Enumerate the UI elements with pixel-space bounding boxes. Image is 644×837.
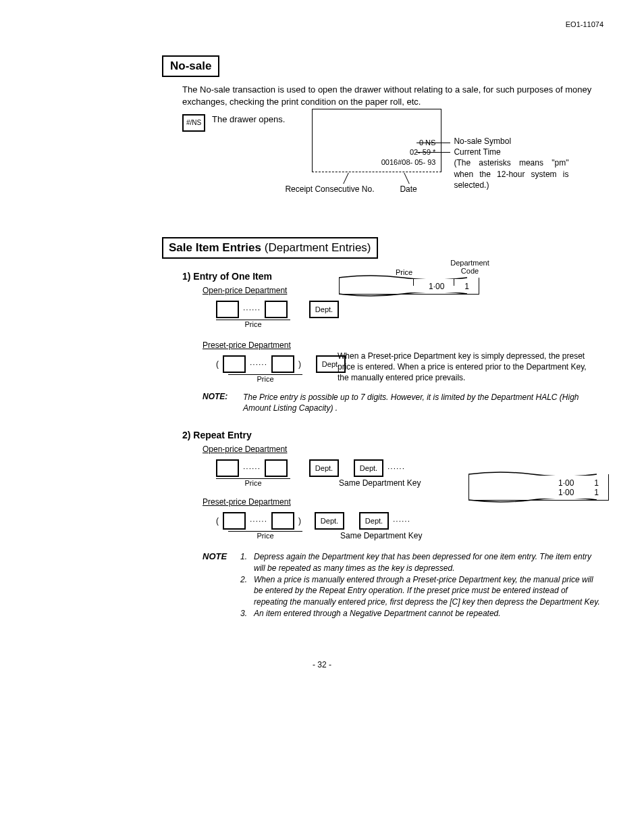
receipt-line-3: 0016#08- 05- 93	[381, 157, 436, 167]
note-num-2: 2.	[240, 574, 254, 608]
dept-key-repeat: Dept.	[354, 459, 383, 477]
paren-close: )	[298, 516, 301, 526]
entry-2-title: 2) Repeat Entry	[182, 430, 603, 440]
note-num-1: 1.	[240, 551, 254, 574]
dots: ······	[250, 516, 267, 526]
heading-no-sale: No-sale	[162, 55, 219, 77]
digit-key	[265, 459, 288, 477]
doc-code: EO1-11074	[41, 20, 603, 28]
callout-line	[344, 173, 350, 184]
ns-key-icon: #/NS	[182, 114, 205, 132]
note-label: NOTE:	[203, 392, 243, 413]
annot-current-time: Current Time	[454, 147, 568, 157]
receipt-entry2: 1·00 1 1·00 1	[468, 474, 609, 501]
heading-rest: (Department Entries)	[261, 241, 371, 254]
heading-sale-item-entries: Sale Item Entries (Department Entries)	[162, 237, 378, 259]
same-dept-key-label: Same Department Key	[339, 478, 421, 488]
paren-close: )	[298, 359, 301, 369]
keyseq-repeat-open: ······ Dept. Dept. ······	[216, 459, 468, 477]
digit-key	[223, 512, 246, 530]
annot-ns-symbol: No-sale Symbol	[454, 136, 568, 147]
dots: ······	[243, 463, 261, 473]
dept-key: Dept.	[315, 512, 344, 530]
receipt-code: 1	[594, 488, 599, 497]
annot-receipt-no: Receipt Consecutive No.	[285, 184, 374, 194]
callout-line	[404, 173, 410, 184]
keyseq-repeat-preset: ( ······ ) Dept. Dept. ······	[216, 512, 603, 530]
receipt-price: 1·00	[558, 488, 574, 497]
dots: ······	[387, 463, 405, 473]
dept-key-repeat: Dept.	[359, 512, 389, 530]
note-text: The Price entry is possible up to 7 digi…	[243, 392, 603, 413]
price-underlabel: Price	[216, 320, 290, 328]
receipt-price: 1·00	[558, 478, 574, 488]
callout-line	[417, 152, 450, 153]
digit-key	[265, 301, 288, 318]
digit-key	[223, 355, 246, 373]
receipt-entry1: 1·00 1	[339, 278, 479, 295]
dept-code-label: Department Code	[443, 259, 497, 275]
dots: ······	[243, 305, 261, 314]
page-number: - 32 -	[41, 660, 603, 669]
entry-1-title: 1) Entry of One Item	[182, 271, 339, 282]
keyseq-open-price: ······ Dept.	[216, 301, 339, 318]
annot-date: Date	[400, 184, 417, 194]
note2-2: When a price is manually entered through…	[254, 574, 603, 608]
paren-open: (	[216, 516, 219, 526]
note2-3: An item entered through a Negative Depar…	[254, 608, 501, 619]
note2-1: Depress again the Department key that ha…	[254, 551, 603, 574]
dept-key: Dept.	[309, 459, 339, 477]
digit-key	[216, 301, 239, 318]
receipt-code: 1	[464, 282, 469, 291]
no-sale-description: The No-sale transaction is used to open …	[182, 84, 603, 107]
price-underlabel: Price	[228, 531, 302, 540]
digit-key	[271, 355, 294, 373]
receipt-code: 1	[594, 478, 599, 488]
dots: ······	[250, 359, 267, 369]
digit-key	[216, 459, 239, 477]
price-underlabel: Price	[228, 374, 302, 383]
paren-open: (	[216, 359, 219, 369]
preset-description: When a Preset-price Department key is si…	[338, 351, 594, 384]
note2-label: NOTE	[203, 551, 240, 619]
digit-key	[271, 512, 294, 530]
note-num-3: 3.	[240, 608, 254, 619]
dept-key: Dept.	[309, 301, 339, 318]
open-price-dept-label: Open-price Department	[203, 286, 339, 295]
same-dept-key-label: Same Department Key	[340, 531, 422, 540]
callout-line	[417, 143, 450, 143]
drawer-opens-text: The drawer opens.	[212, 114, 285, 124]
annot-time-detail: (The asterisks means "pm" when the 12-ho…	[454, 157, 568, 191]
preset-price-dept-label: Preset-price Department	[203, 340, 603, 350]
receipt-diagram: 0 NS 02- 59 * 0016#08- 05- 93 No-sale Sy…	[312, 109, 582, 210]
price-underlabel: Price	[216, 478, 290, 488]
heading-bold: Sale Item Entries	[169, 241, 261, 254]
dots: ······	[393, 516, 410, 526]
open-price-dept-label-2: Open-price Department	[203, 445, 603, 454]
receipt-price: 1·00	[429, 282, 444, 291]
